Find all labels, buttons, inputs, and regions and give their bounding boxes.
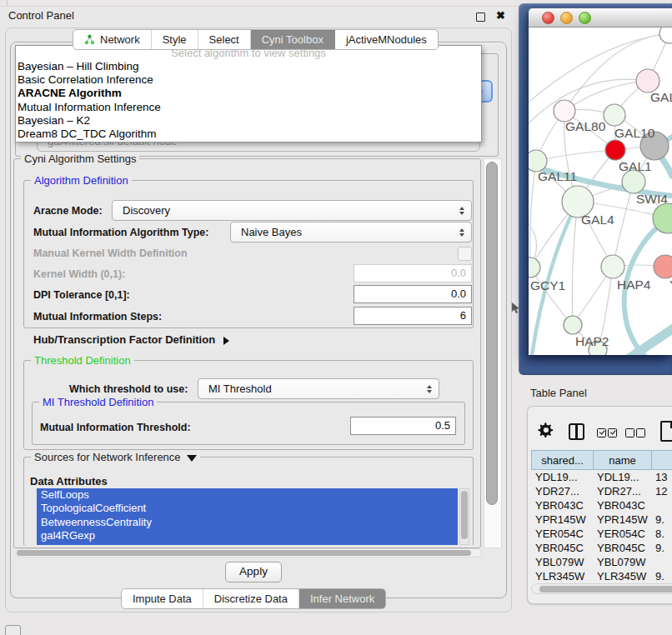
- tab-network[interactable]: Network: [73, 30, 152, 49]
- attributes-scrollbar[interactable]: [459, 488, 469, 545]
- network-node[interactable]: [659, 28, 672, 43]
- column-header[interactable]: name: [593, 450, 651, 470]
- tab-discretize-data[interactable]: Discretize Data: [203, 589, 299, 608]
- tab-label: Select: [209, 33, 239, 46]
- table-row[interactable]: YLR345WYLR345W9.: [531, 569, 672, 583]
- threshold-definition-title: Threshold Definition: [31, 354, 134, 367]
- table-row[interactable]: YBL079WYBL079W: [531, 555, 672, 569]
- column-layout-icon[interactable]: [569, 423, 584, 440]
- table-cell: 12: [651, 484, 672, 498]
- table-cell: [651, 498, 672, 512]
- network-node-gal[interactable]: [636, 69, 659, 92]
- attribute-item[interactable]: BetweennessCentrality: [37, 516, 458, 529]
- column-header[interactable]: A: [651, 450, 672, 470]
- tab-label: Infer Network: [310, 592, 374, 605]
- combo-arrows-icon: [454, 228, 469, 237]
- table-cell: YPR145W: [593, 512, 651, 527]
- scrollbar-thumb[interactable]: [17, 550, 471, 556]
- close-icon[interactable]: ✖: [496, 9, 505, 22]
- algorithm-option[interactable]: Bayesian – Hill Climbing: [16, 60, 481, 73]
- tab-cyni-toolbox[interactable]: Cyni Toolbox: [251, 30, 335, 49]
- algorithm-option[interactable]: Basic Correlation Inference: [16, 73, 481, 87]
- scrollbar-thumb[interactable]: [539, 586, 672, 592]
- scrollbar-thumb[interactable]: [486, 162, 498, 505]
- node-table: shared...nameAYDL19...YDL19...13YDR27...…: [531, 450, 672, 598]
- mi-type-label: Mutual Information Algorithm Type:: [33, 227, 208, 238]
- table-row[interactable]: YBR045CYBR045C9.: [531, 541, 672, 555]
- mi-threshold-field[interactable]: 0.5: [350, 417, 456, 435]
- tab-impute-data[interactable]: Impute Data: [122, 589, 203, 608]
- dpi-tolerance-field[interactable]: 0.0: [354, 285, 472, 303]
- table-cell: [651, 555, 672, 569]
- close-traffic-light[interactable]: [542, 12, 554, 24]
- gear-icon[interactable]: [538, 422, 554, 439]
- settings-horizontal-scrollbar[interactable]: [15, 548, 482, 558]
- algorithm-option[interactable]: ARACNE Algorithm: [16, 87, 481, 100]
- network-node-gcy1[interactable]: [529, 258, 540, 278]
- table-cell: YPR145W: [531, 512, 593, 527]
- apply-button[interactable]: Apply: [225, 562, 282, 582]
- attribute-item[interactable]: [37, 543, 458, 545]
- checked-checkbox-icon[interactable]: [608, 428, 617, 438]
- tab-infer-network[interactable]: Infer Network: [299, 589, 385, 608]
- settings-vertical-scrollbar[interactable]: [484, 158, 502, 548]
- expand-arrow-icon[interactable]: [223, 337, 229, 345]
- tab-label: Cyni Toolbox: [262, 33, 323, 46]
- minimized-panel-icon[interactable]: [5, 625, 21, 635]
- tab-jactivemnodules[interactable]: jActiveMNodules: [335, 30, 438, 49]
- table-cell: YER054C: [593, 527, 651, 541]
- algorithm-option[interactable]: Bayesian – K2: [16, 114, 481, 128]
- network-node-swi4[interactable]: [622, 170, 645, 193]
- table-row[interactable]: YPR145WYPR145W9.: [531, 512, 672, 527]
- network-node-gal1[interactable]: [605, 140, 625, 160]
- which-threshold-value: MI Threshold: [198, 382, 422, 395]
- table-horizontal-scrollbar[interactable]: [531, 583, 672, 594]
- checked-checkbox-icon[interactable]: [597, 428, 606, 438]
- table-cell: YBR043C: [593, 498, 651, 512]
- tab-style[interactable]: Style: [152, 30, 198, 49]
- aracne-mode-combo[interactable]: Discovery: [112, 200, 472, 221]
- collapse-arrow-icon[interactable]: [187, 455, 197, 462]
- table-row[interactable]: YDR27...YDR27...12: [531, 484, 672, 498]
- scrollbar-thumb[interactable]: [461, 491, 468, 539]
- minimize-traffic-light[interactable]: [560, 12, 573, 24]
- attribute-item[interactable]: TopologicalCoefficient: [37, 502, 458, 515]
- tab-select[interactable]: Select: [198, 30, 251, 49]
- mi-steps-field[interactable]: 6: [354, 307, 472, 325]
- mi-type-combo[interactable]: Naive Bayes: [230, 222, 472, 242]
- unchecked-checkbox-icon[interactable]: [625, 428, 634, 438]
- network-canvas[interactable]: GALGAL80GAL10GAL1GAL11SWI4GAL4GCY1HAP4YH…: [529, 28, 672, 355]
- node-label: HAP2: [575, 334, 609, 348]
- kernel-width-field[interactable]: 0.0: [354, 264, 472, 282]
- control-panel-title: Control Panel: [8, 9, 74, 22]
- network-icon: [84, 34, 95, 45]
- algorithm-option[interactable]: Mutual Information Inference: [16, 101, 481, 114]
- network-edge: [530, 161, 536, 268]
- float-window-icon[interactable]: [476, 12, 485, 22]
- algorithm-dropdown-popup: Select algorithm to view settings Bayesi…: [15, 45, 482, 142]
- network-node-hap2[interactable]: [564, 316, 582, 334]
- aracne-mode-value: Discovery: [113, 204, 454, 217]
- table-row[interactable]: YER054CYER054C8.: [531, 527, 672, 541]
- unchecked-checkbox-icon[interactable]: [636, 428, 645, 438]
- node-label: GAL: [650, 90, 672, 104]
- sources-title[interactable]: Sources for Network Inference: [31, 451, 200, 463]
- aracne-mode-label: Aracne Mode:: [33, 205, 103, 217]
- table-row[interactable]: YBR043CYBR043C: [531, 498, 672, 512]
- which-threshold-combo[interactable]: MI Threshold: [198, 378, 439, 399]
- zoom-traffic-light[interactable]: [579, 12, 591, 24]
- data-attributes-list[interactable]: SelfLoopsTopologicalCoefficientBetweenne…: [37, 488, 458, 545]
- column-header[interactable]: shared...: [531, 450, 593, 470]
- table-row[interactable]: YDL19...YDL19...13: [531, 470, 672, 484]
- algorithm-option[interactable]: Dream8 DC_TDC Algorithm: [16, 128, 481, 141]
- network-node-y[interactable]: [654, 255, 672, 278]
- network-node-gal10[interactable]: [604, 104, 625, 126]
- network-node-hap4[interactable]: [601, 255, 624, 278]
- document-icon[interactable]: [660, 421, 672, 442]
- attribute-item[interactable]: SelfLoops: [37, 488, 458, 502]
- node-label: GAL4: [581, 212, 614, 227]
- hub-definition-label[interactable]: Hub/Transcription Factor Definition: [33, 333, 229, 346]
- manual-kernel-checkbox[interactable]: [458, 247, 472, 261]
- network-graph: GALGAL80GAL10GAL1GAL11SWI4GAL4GCY1HAP4YH…: [529, 28, 672, 355]
- attribute-item[interactable]: gal4RGexp: [37, 529, 458, 542]
